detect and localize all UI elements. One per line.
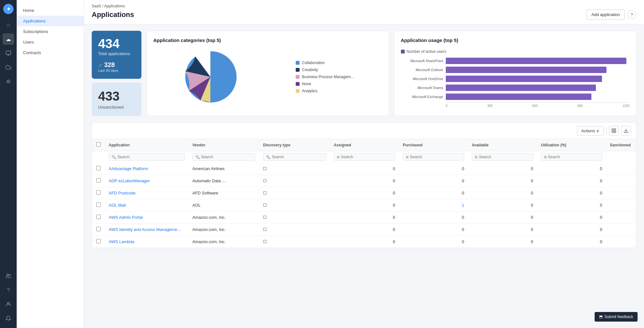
td-discovery-4: ☐: [259, 211, 330, 224]
icon-sidebar: ✦ ⌂ ☁ ⚙ ?: [0, 0, 17, 328]
td-vendor-4: Amazon.com, Inc.: [189, 211, 259, 224]
axis-300: 300: [487, 104, 493, 108]
bar-row-2: Microsoft OneDrive: [401, 76, 630, 82]
column-settings-button[interactable]: [609, 126, 619, 135]
sidebar-icon-home[interactable]: ⌂: [3, 19, 14, 31]
categories-chart-card: Application categories (top 5): [147, 31, 389, 116]
td-check-1: [92, 175, 105, 187]
td-search-purchased: ⊞: [399, 151, 468, 163]
th-check: [92, 139, 105, 151]
submit-feedback-button[interactable]: ⬒ Submit feedback: [595, 312, 638, 322]
nav-item-users[interactable]: Users: [17, 37, 84, 47]
th-sanctioned: Sanctioned: [606, 139, 636, 151]
feedback-label: Submit feedback: [605, 315, 633, 319]
th-utilization: Utilization (%): [537, 139, 606, 151]
td-purchased-6: 0: [399, 236, 468, 248]
row-checkbox-5[interactable]: [96, 227, 101, 231]
nav-item-contracts[interactable]: Contracts: [17, 47, 84, 58]
row-checkbox-1[interactable]: [96, 178, 101, 183]
td-assigned-1: 0: [330, 175, 399, 187]
td-app-1: ADP ezLaborManager: [105, 175, 189, 187]
discovery-search-input[interactable]: [272, 155, 323, 159]
td-sanctioned-5: [606, 224, 636, 236]
categories-chart-title: Application categories (top 5): [153, 37, 382, 43]
export-button[interactable]: [621, 126, 631, 135]
legend-label-analytics: Analytics: [302, 89, 318, 93]
content-area: 434 Total applications ↗ 328 Last 30 day…: [84, 24, 644, 255]
td-utilization-3: 0: [537, 199, 606, 211]
axis-0: 0: [446, 104, 448, 108]
row-checkbox-4[interactable]: [96, 215, 101, 219]
nav-item-applications[interactable]: Applications: [17, 16, 84, 26]
vendor-search-input[interactable]: [201, 155, 253, 159]
utilization-search-input[interactable]: [548, 155, 599, 159]
app-link-6[interactable]: AWS Lambda: [109, 239, 134, 244]
app-link-0[interactable]: AAdvantage Platform: [109, 166, 148, 171]
td-check-3: [92, 199, 105, 211]
application-search-cell[interactable]: 🔍: [109, 153, 185, 161]
td-app-0: AAdvantage Platform: [105, 163, 189, 175]
th-vendor: Vendor: [189, 139, 259, 151]
td-check-2: [92, 187, 105, 199]
td-sanctioned-3: [606, 199, 636, 211]
breadcrumb: SaaS / Applications: [92, 4, 636, 8]
grid-icon-purchased: ⊞: [406, 155, 409, 159]
bar-axis-line: [446, 102, 630, 103]
pie-chart: [182, 48, 239, 106]
nav-item-subscriptions[interactable]: Subscriptions: [17, 26, 84, 37]
assigned-search-cell[interactable]: ⊞: [334, 153, 395, 161]
axis-900: 900: [577, 104, 583, 108]
table-toolbar: Actions ∨: [92, 123, 636, 139]
td-available-4: 0: [468, 211, 537, 224]
vendor-search-cell[interactable]: 🔍: [192, 153, 256, 161]
legend-label-bpm: Business Process Managem...: [302, 75, 354, 79]
td-available-5: 0: [468, 224, 537, 236]
row-checkbox-3[interactable]: [96, 202, 101, 207]
row-checkbox-0[interactable]: [96, 166, 101, 170]
bar-track-3: [446, 85, 630, 91]
discovery-search-cell[interactable]: 🔍: [263, 153, 326, 161]
purchased-search-input[interactable]: [410, 155, 461, 159]
available-search-cell[interactable]: ⊞: [472, 153, 533, 161]
td-sanctioned-6: [606, 236, 636, 248]
actions-button[interactable]: Actions ∨: [577, 126, 604, 135]
main-content: SaaS / Applications Applications Add app…: [84, 0, 644, 328]
help-button[interactable]: ?: [627, 10, 636, 19]
sidebar-icon-cloud2[interactable]: [3, 62, 14, 73]
add-application-button[interactable]: Add application: [587, 10, 625, 20]
td-assigned-2: 0: [330, 187, 399, 199]
sidebar-icon-groups[interactable]: [3, 270, 14, 282]
sidebar-icon-bell[interactable]: [3, 313, 14, 324]
row-checkbox-6[interactable]: [96, 239, 101, 243]
row-checkbox-2[interactable]: [96, 190, 101, 195]
td-sanctioned-1: [606, 175, 636, 187]
unsanctioned-card: 433 Unsanctioned: [92, 83, 141, 116]
legend-none: None: [296, 82, 354, 86]
td-available-6: 0: [468, 236, 537, 248]
td-purchased-2: 0: [399, 187, 468, 199]
app-link-2[interactable]: AFD Postcode: [109, 191, 136, 195]
sidebar-icon-cloud[interactable]: ☁: [3, 33, 14, 45]
svg-rect-0: [6, 51, 11, 54]
legend-collaboration: Collaboration: [296, 61, 354, 65]
assigned-search-input[interactable]: [341, 155, 392, 159]
app-link-3[interactable]: AOL Mail: [109, 203, 126, 208]
app-link-5[interactable]: AWS Identity and Access Manageme...: [109, 227, 181, 232]
app-link-1[interactable]: ADP ezLaborManager: [109, 178, 150, 183]
sidebar-icon-monitor[interactable]: [3, 47, 14, 59]
axis-600: 600: [532, 104, 538, 108]
app-link-4[interactable]: AWS Admin Portal: [109, 215, 143, 220]
utilization-search-cell[interactable]: ⊞: [541, 153, 602, 161]
bar-fill-4: [446, 94, 591, 100]
purchased-search-cell[interactable]: ⊞: [403, 153, 464, 161]
nav-item-home[interactable]: Home: [17, 5, 84, 16]
select-all-checkbox[interactable]: [96, 142, 101, 147]
sidebar-icon-settings[interactable]: ⚙: [3, 76, 14, 87]
sidebar-icon-help[interactable]: ?: [3, 284, 14, 296]
application-search-input[interactable]: [117, 155, 182, 159]
legend-label-none: None: [302, 82, 311, 86]
svg-rect-9: [614, 131, 616, 133]
td-purchased-1: 0: [399, 175, 468, 187]
available-search-input[interactable]: [479, 155, 530, 159]
sidebar-icon-user[interactable]: [3, 299, 14, 310]
